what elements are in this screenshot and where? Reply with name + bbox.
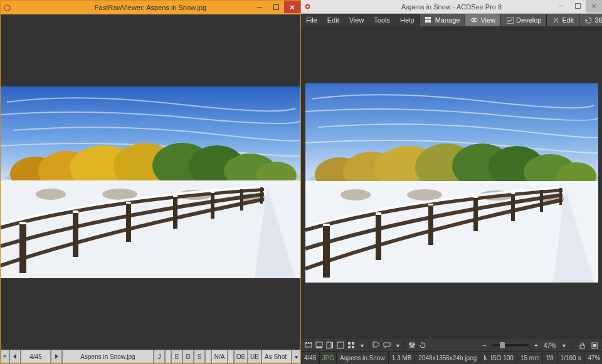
- svg-rect-72: [352, 342, 354, 345]
- svg-rect-19: [211, 192, 214, 219]
- acdsee-window: Aspens in Snow - ACDSee Pro 8 File Edit …: [301, 0, 602, 364]
- menu-tools[interactable]: Tools: [369, 14, 395, 26]
- tab-develop[interactable]: Develop: [500, 14, 546, 26]
- dropdown-icon[interactable]: ▾: [357, 340, 367, 350]
- svg-rect-51: [376, 214, 381, 260]
- refresh-icon[interactable]: [418, 340, 428, 350]
- minimize-button[interactable]: [553, 0, 569, 13]
- svg-point-78: [409, 343, 411, 345]
- zoom-dropdown-button[interactable]: ▾: [559, 340, 569, 350]
- grid-icon: [425, 16, 433, 24]
- svg-rect-17: [126, 203, 131, 242]
- tab-label: Manage: [435, 16, 460, 24]
- zoom-out-button[interactable]: −: [480, 340, 490, 350]
- svg-rect-73: [348, 346, 351, 348]
- status-iso: ISO 100: [487, 352, 517, 364]
- menu-toggle-button[interactable]: ≡: [1, 350, 9, 363]
- ue-button[interactable]: UE: [248, 350, 261, 363]
- tab-edit[interactable]: Edit: [546, 14, 579, 26]
- svg-rect-59: [428, 204, 433, 205]
- svg-rect-57: [323, 224, 330, 226]
- tab-label: View: [480, 16, 495, 24]
- sliders-icon[interactable]: [407, 340, 417, 350]
- separator: [573, 341, 573, 350]
- menu-edit[interactable]: Edit: [322, 14, 344, 26]
- svg-rect-26: [211, 191, 214, 193]
- strip-bottom-icon[interactable]: [314, 340, 324, 350]
- close-button[interactable]: [586, 0, 602, 13]
- eye-icon: [470, 16, 478, 24]
- j-button[interactable]: J: [154, 350, 165, 363]
- tab-view[interactable]: View: [465, 14, 500, 26]
- image-viewport[interactable]: [301, 26, 602, 339]
- wb-dropdown-button[interactable]: ▾: [292, 350, 300, 363]
- zoom-slider-thumb[interactable]: [500, 342, 505, 348]
- zoom-in-button[interactable]: +: [531, 340, 541, 350]
- close-button[interactable]: [284, 1, 300, 13]
- svg-rect-23: [73, 211, 78, 213]
- fullview-icon[interactable]: [335, 340, 346, 350]
- maximize-button[interactable]: [569, 0, 586, 13]
- oe-button[interactable]: OE: [234, 350, 248, 363]
- zoom-slider[interactable]: [492, 344, 529, 346]
- svg-rect-68: [327, 342, 331, 348]
- window-titlebar[interactable]: Aspens in Snow - ACDSee Pro 8: [301, 0, 602, 14]
- image-viewport[interactable]: [1, 14, 300, 350]
- svg-point-28: [306, 6, 309, 8]
- menu-help[interactable]: Help: [395, 14, 420, 26]
- window-titlebar[interactable]: FastRawViewer: Aspens in Snow.jpg: [1, 1, 300, 14]
- svg-rect-18: [173, 196, 177, 229]
- svg-rect-53: [473, 197, 478, 231]
- svg-rect-16: [73, 212, 78, 257]
- strip-right-icon[interactable]: [325, 340, 335, 350]
- spacer: [205, 350, 211, 363]
- svg-rect-69: [332, 342, 333, 348]
- svg-rect-50: [323, 225, 330, 278]
- menu-view[interactable]: View: [344, 14, 369, 26]
- image-icon: [506, 16, 514, 24]
- svg-point-46: [341, 189, 371, 200]
- svg-rect-65: [310, 342, 312, 343]
- svg-rect-29: [425, 17, 428, 19]
- svg-rect-61: [511, 192, 515, 194]
- fit-icon[interactable]: [589, 340, 599, 350]
- app-icon: [1, 1, 13, 14]
- filename-label: Aspens in Snow.jpg: [62, 350, 154, 363]
- s-button[interactable]: S: [194, 350, 205, 363]
- tab-manage[interactable]: Manage: [420, 14, 465, 26]
- tab-365[interactable]: 365: [579, 14, 602, 26]
- svg-rect-74: [352, 346, 354, 348]
- next-button[interactable]: [51, 350, 62, 363]
- status-dimensions: 2048x1356x24b jpeg: [415, 352, 480, 364]
- minimize-button[interactable]: [251, 1, 268, 13]
- filmstrip-icon[interactable]: [304, 340, 314, 350]
- dropdown-icon[interactable]: ▾: [393, 340, 403, 350]
- svg-rect-25: [173, 195, 177, 197]
- svg-rect-81: [580, 345, 584, 348]
- status-filename: Aspens in Snow: [337, 352, 389, 364]
- tag-icon[interactable]: [371, 340, 381, 350]
- tools-icon: [552, 16, 559, 24]
- tab-label: 365: [594, 16, 602, 24]
- grid-icon[interactable]: [346, 340, 356, 350]
- prev-button[interactable]: [9, 350, 21, 363]
- svg-rect-35: [507, 17, 514, 24]
- maximize-button[interactable]: [268, 1, 284, 13]
- svg-rect-64: [308, 342, 309, 343]
- e-button[interactable]: E: [171, 350, 182, 363]
- svg-rect-56: [559, 188, 562, 205]
- photo: [305, 83, 598, 283]
- na-label: N/A: [211, 350, 228, 363]
- menu-file[interactable]: File: [301, 14, 322, 26]
- svg-rect-66: [316, 342, 322, 346]
- separator: [369, 341, 369, 350]
- d-button[interactable]: D: [182, 350, 194, 363]
- status-counter: 4/45: [301, 352, 320, 364]
- chat-icon[interactable]: [382, 340, 392, 350]
- svg-rect-21: [260, 187, 263, 204]
- spacer: [228, 350, 234, 363]
- image-counter: 4/45: [21, 350, 51, 363]
- menubar: File Edit View Tools Help Manage View De…: [301, 14, 602, 26]
- lock-icon[interactable]: [577, 340, 587, 350]
- svg-point-0: [4, 4, 9, 10]
